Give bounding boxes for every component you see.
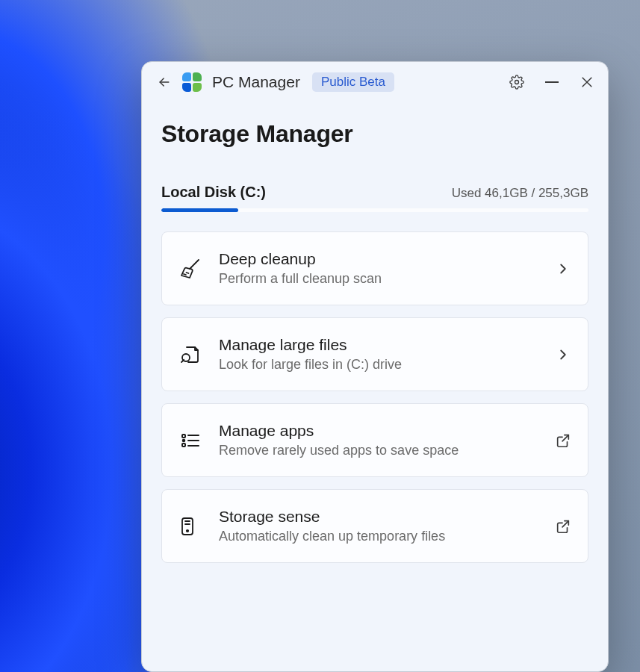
- titlebar-controls: [509, 75, 594, 90]
- open-external-icon: [555, 518, 571, 535]
- storage-sense-card[interactable]: Storage sense Automatically clean up tem…: [161, 489, 588, 563]
- card-title: Storage sense: [219, 508, 555, 526]
- titlebar: PC Manager Public Beta: [142, 62, 608, 99]
- gear-icon[interactable]: [509, 75, 524, 90]
- open-external-icon: [555, 432, 571, 449]
- app-title: PC Manager: [212, 73, 300, 91]
- broom-icon: [178, 257, 202, 281]
- disk-progress: [161, 208, 588, 212]
- search-file-icon: [178, 343, 202, 367]
- drive-icon: [178, 514, 196, 538]
- disk-progress-fill: [161, 208, 238, 212]
- page-title: Storage Manager: [161, 120, 588, 148]
- deep-cleanup-card[interactable]: Deep cleanup Perform a full cleanup scan: [161, 231, 588, 305]
- list-icon: [178, 429, 202, 452]
- svg-rect-3: [182, 444, 185, 447]
- beta-badge: Public Beta: [312, 72, 394, 92]
- card-title: Manage large files: [219, 336, 555, 354]
- card-desc: Perform a full cleanup scan: [219, 271, 555, 287]
- card-title: Manage apps: [219, 422, 555, 440]
- svg-point-6: [187, 529, 188, 531]
- content-area: Storage Manager Local Disk (C:) Used 46,…: [142, 99, 608, 671]
- chevron-right-icon: [555, 261, 571, 277]
- chevron-right-icon: [555, 346, 571, 363]
- back-icon[interactable]: [157, 75, 172, 90]
- manage-large-files-card[interactable]: Manage large files Look for large files …: [161, 317, 588, 391]
- svg-point-0: [515, 81, 519, 84]
- card-desc: Look for large files in (C:) drive: [219, 357, 555, 373]
- disk-usage: Used 46,1GB / 255,3GB: [452, 186, 588, 201]
- card-desc: Automatically clean up temporary files: [219, 529, 555, 544]
- card-title: Deep cleanup: [219, 250, 555, 268]
- manage-apps-card[interactable]: Manage apps Remove rarely used apps to s…: [161, 403, 588, 477]
- disk-name: Local Disk (C:): [161, 184, 266, 201]
- card-desc: Remove rarely used apps to save space: [219, 443, 555, 458]
- disk-summary: Local Disk (C:) Used 46,1GB / 255,3GB: [161, 184, 588, 201]
- app-window: PC Manager Public Beta Storage Manager L…: [141, 61, 609, 672]
- close-icon[interactable]: [580, 75, 594, 90]
- svg-point-4: [183, 439, 185, 441]
- options-list: Deep cleanup Perform a full cleanup scan…: [161, 231, 588, 563]
- minimize-icon[interactable]: [545, 81, 559, 83]
- svg-rect-2: [182, 435, 185, 438]
- app-logo-icon: [182, 72, 202, 92]
